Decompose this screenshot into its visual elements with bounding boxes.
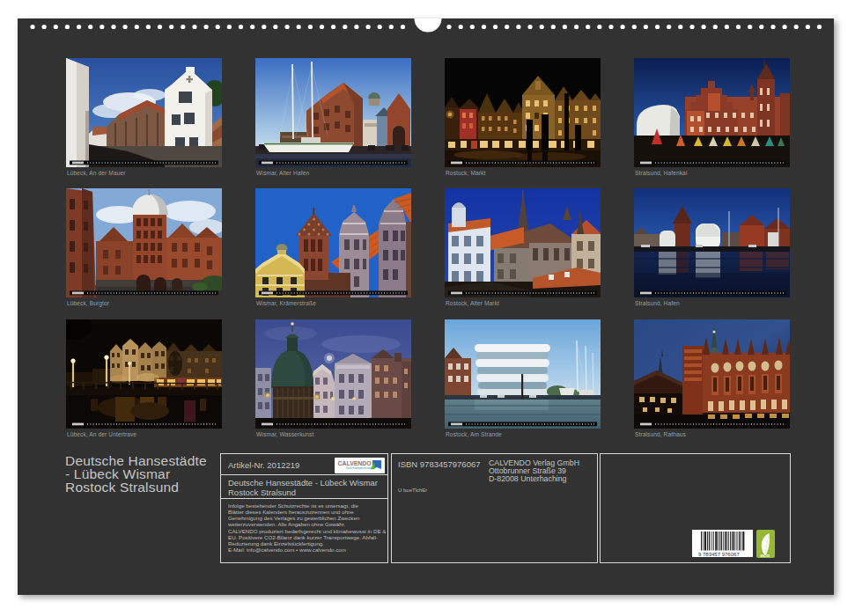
svg-text:eco: eco [761, 553, 770, 558]
svg-text:9 783457 976067: 9 783457 976067 [698, 552, 740, 557]
